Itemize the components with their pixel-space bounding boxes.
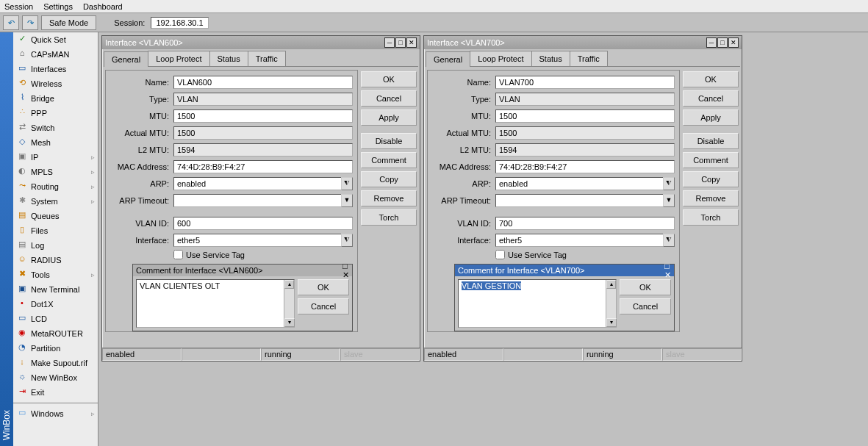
dropdown-icon[interactable]: ⧨ bbox=[341, 177, 353, 190]
name-input[interactable]: VLAN600 bbox=[173, 76, 353, 89]
tab-general[interactable]: General bbox=[426, 51, 470, 67]
sidebar-item-files[interactable]: ▯Files bbox=[13, 223, 98, 238]
sidebar-item-new-winbox[interactable]: ☼New WinBox bbox=[13, 370, 98, 385]
comment-textarea[interactable]: VLAN GESTION▴▾ bbox=[458, 279, 617, 328]
dropdown-icon[interactable]: ⧨ bbox=[663, 234, 675, 247]
copy-button[interactable]: Copy bbox=[361, 171, 417, 187]
maximize-icon[interactable]: □ bbox=[395, 37, 406, 48]
menu-dashboard[interactable]: Dashboard bbox=[83, 2, 123, 11]
interface-input[interactable]: ether5 bbox=[173, 234, 342, 247]
sidebar-item-dot1x[interactable]: •Dot1X bbox=[13, 297, 98, 312]
sidebar-item-bridge[interactable]: ⌇Bridge bbox=[13, 91, 98, 106]
apply-button[interactable]: Apply bbox=[361, 109, 417, 126]
scrollbar[interactable]: ▴▾ bbox=[606, 280, 616, 327]
tab-loop-protect[interactable]: Loop Protect bbox=[470, 51, 531, 66]
torch-button[interactable]: Torch bbox=[361, 209, 417, 226]
maximize-icon[interactable]: □ bbox=[342, 262, 349, 270]
ok-button[interactable]: OK bbox=[620, 279, 671, 295]
comment-textarea[interactable]: VLAN CLIENTES OLT▴▾ bbox=[136, 279, 295, 328]
scrollbar[interactable]: ▴▾ bbox=[284, 280, 294, 327]
dropdown-icon[interactable]: ⧨ bbox=[663, 177, 675, 190]
remove-button[interactable]: Remove bbox=[361, 190, 417, 206]
disable-button[interactable]: Disable bbox=[361, 133, 417, 149]
sidebar-item-switch[interactable]: ⇄Switch bbox=[13, 121, 98, 135]
sidebar-item-ppp[interactable]: ∴PPP bbox=[13, 106, 98, 121]
close-icon[interactable]: ✕ bbox=[406, 37, 417, 48]
sidebar-item-capsman[interactable]: ⌂CAPsMAN bbox=[13, 47, 98, 62]
sidebar-item-exit[interactable]: ⇥Exit bbox=[13, 385, 98, 400]
sidebar-item-partition[interactable]: ◔Partition bbox=[13, 341, 98, 356]
sidebar-item-metarouter[interactable]: ◉MetaROUTER bbox=[13, 326, 98, 341]
sidebar-item-new-terminal[interactable]: ▣New Terminal bbox=[13, 282, 98, 297]
torch-button[interactable]: Torch bbox=[683, 209, 739, 226]
undo-button[interactable]: ↶ bbox=[3, 15, 19, 30]
dropdown-icon[interactable]: ▼ bbox=[341, 194, 353, 207]
use-service-tag-checkbox[interactable] bbox=[173, 250, 183, 259]
cancel-button[interactable]: Cancel bbox=[298, 298, 349, 314]
close-icon[interactable]: ✕ bbox=[664, 270, 671, 280]
cancel-button[interactable]: Cancel bbox=[620, 298, 671, 314]
scroll-down-icon[interactable]: ▾ bbox=[606, 318, 617, 327]
remove-button[interactable]: Remove bbox=[683, 190, 739, 206]
sidebar-item-quick-set[interactable]: ✓Quick Set bbox=[13, 32, 98, 47]
minimize-icon[interactable]: ─ bbox=[384, 37, 395, 48]
sidebar-item-system[interactable]: ✱System▹ bbox=[13, 194, 98, 209]
name-input[interactable]: VLAN700 bbox=[495, 76, 675, 89]
comment-button[interactable]: Comment bbox=[683, 152, 739, 168]
close-icon[interactable]: ✕ bbox=[342, 270, 349, 280]
comment-titlebar[interactable]: Comment for Interface <VLAN700>□✕ bbox=[455, 265, 674, 276]
redo-button[interactable]: ↷ bbox=[22, 15, 38, 30]
sidebar-item-make-supout-rif[interactable]: ↓Make Supout.rif bbox=[13, 356, 98, 370]
sidebar-item-interfaces[interactable]: ▭Interfaces bbox=[13, 62, 98, 76]
vlan_id-input[interactable]: 600 bbox=[173, 217, 353, 230]
ok-button[interactable]: OK bbox=[298, 279, 349, 295]
sidebar-item-log[interactable]: ▤Log bbox=[13, 238, 98, 253]
arp-input[interactable]: enabled bbox=[495, 177, 664, 190]
tab-status[interactable]: Status bbox=[531, 51, 570, 66]
arp_timeout-input[interactable] bbox=[173, 194, 342, 207]
tab-traffic[interactable]: Traffic bbox=[570, 51, 608, 66]
cancel-button[interactable]: Cancel bbox=[361, 90, 417, 107]
arp-input[interactable]: enabled bbox=[173, 177, 342, 190]
dropdown-icon[interactable]: ⧨ bbox=[341, 234, 353, 247]
sidebar-item-routing[interactable]: ⤳Routing▹ bbox=[13, 179, 98, 194]
copy-button[interactable]: Copy bbox=[683, 171, 739, 187]
sidebar-item-windows[interactable]: ▭Windows▹ bbox=[13, 406, 98, 421]
sidebar-item-lcd[interactable]: ▭LCD bbox=[13, 312, 98, 326]
menu-session[interactable]: Session bbox=[4, 2, 33, 11]
sidebar-item-mpls[interactable]: ◐MPLS▹ bbox=[13, 165, 98, 179]
tab-status[interactable]: Status bbox=[209, 51, 248, 66]
sidebar-item-wireless[interactable]: ⟲Wireless bbox=[13, 76, 98, 91]
titlebar[interactable]: Interface <VLAN700>─□✕ bbox=[424, 36, 742, 49]
minimize-icon[interactable]: ─ bbox=[706, 37, 717, 48]
menu-settings[interactable]: Settings bbox=[43, 2, 73, 11]
use-service-tag-checkbox[interactable] bbox=[495, 250, 505, 259]
ok-button[interactable]: OK bbox=[361, 71, 417, 87]
vlan_id-input[interactable]: 700 bbox=[495, 217, 675, 230]
safe-mode-button[interactable]: Safe Mode bbox=[41, 15, 96, 30]
scroll-down-icon[interactable]: ▾ bbox=[284, 318, 295, 327]
sidebar-item-mesh[interactable]: ◇Mesh bbox=[13, 135, 98, 150]
mac-input[interactable]: 74:4D:28:B9:F4:27 bbox=[495, 160, 675, 173]
maximize-icon[interactable]: □ bbox=[717, 37, 728, 48]
dropdown-icon[interactable]: ▼ bbox=[663, 194, 675, 207]
interface-input[interactable]: ether5 bbox=[495, 234, 664, 247]
scroll-up-icon[interactable]: ▴ bbox=[606, 280, 616, 289]
tab-general[interactable]: General bbox=[104, 51, 148, 67]
ok-button[interactable]: OK bbox=[683, 71, 739, 87]
cancel-button[interactable]: Cancel bbox=[683, 90, 739, 107]
sidebar-item-ip[interactable]: ▣IP▹ bbox=[13, 150, 98, 165]
tab-loop-protect[interactable]: Loop Protect bbox=[148, 51, 209, 66]
sidebar-item-tools[interactable]: ✖Tools▹ bbox=[13, 267, 98, 282]
mtu-input[interactable]: 1500 bbox=[495, 109, 675, 123]
apply-button[interactable]: Apply bbox=[683, 109, 739, 126]
comment-titlebar[interactable]: Comment for Interface <VLAN600>□✕ bbox=[133, 265, 352, 276]
arp_timeout-input[interactable] bbox=[495, 194, 664, 207]
tab-traffic[interactable]: Traffic bbox=[248, 51, 286, 66]
close-icon[interactable]: ✕ bbox=[728, 37, 739, 48]
sidebar-item-queues[interactable]: ▤Queues bbox=[13, 209, 98, 223]
mac-input[interactable]: 74:4D:28:B9:F4:27 bbox=[173, 160, 353, 173]
mtu-input[interactable]: 1500 bbox=[173, 109, 353, 123]
comment-button[interactable]: Comment bbox=[361, 152, 417, 168]
sidebar-item-radius[interactable]: ☺RADIUS bbox=[13, 253, 98, 267]
